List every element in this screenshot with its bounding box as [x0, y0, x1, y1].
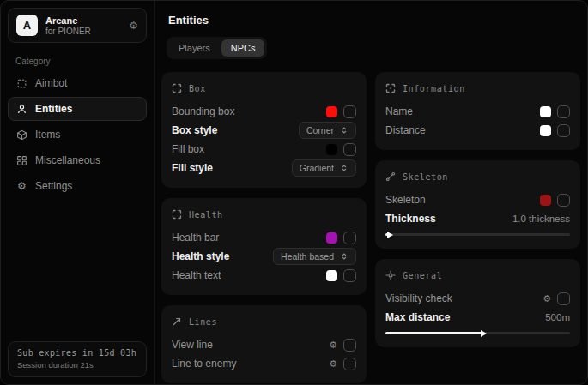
left-column: Box Bounding box Box style Corner — [161, 72, 367, 383]
checkbox[interactable] — [557, 105, 570, 118]
color-swatch[interactable] — [326, 232, 337, 244]
skeleton-card-header: Skeleton — [385, 169, 570, 184]
sidebar-item-items[interactable]: Items — [8, 123, 147, 147]
setting-label: Skeleton — [385, 194, 426, 206]
box-style-dropdown[interactable]: Corner — [299, 122, 356, 139]
color-swatch[interactable] — [540, 106, 551, 117]
max-distance-value: 500m — [545, 312, 570, 322]
card-title: Health — [189, 210, 223, 220]
setting-row-box-style: Box style Corner — [172, 121, 356, 140]
checkbox[interactable] — [557, 124, 570, 137]
slider-handle[interactable] — [481, 330, 487, 337]
setting-label: Fill style — [172, 162, 213, 174]
cube-icon — [16, 129, 27, 141]
session-duration-text: Session duration 21s — [17, 360, 137, 370]
sidebar-item-settings[interactable]: ⚙ Settings — [8, 174, 147, 198]
row-settings-gear-icon[interactable]: ⚙ — [329, 359, 337, 369]
settings-cards: Box Bounding box Box style Corner — [161, 72, 580, 383]
sidebar-item-label: Settings — [35, 180, 72, 192]
chevrons-up-down-icon — [340, 126, 349, 135]
category-label: Category — [15, 57, 147, 66]
setting-row-health-bar: Health bar — [172, 228, 356, 247]
checkbox[interactable] — [343, 232, 356, 244]
checkbox[interactable] — [557, 292, 570, 305]
card-title: General — [403, 271, 442, 280]
row-settings-gear-icon[interactable]: ⚙ — [329, 340, 337, 350]
health-card-header: Health — [172, 207, 356, 222]
setting-label: Thickness — [385, 213, 436, 225]
scan-dot-icon — [385, 83, 396, 93]
scan-brackets-icon — [172, 209, 182, 220]
sidebar-item-entities[interactable]: Entities — [8, 97, 147, 121]
sidebar-item-label: Miscellaneous — [35, 154, 100, 166]
setting-label: View line — [172, 339, 213, 351]
checkbox[interactable] — [343, 269, 356, 282]
checkbox[interactable] — [343, 105, 356, 118]
setting-row-distance: Distance — [385, 121, 570, 140]
color-swatch[interactable] — [326, 144, 337, 155]
information-card: Information Name Distance — [375, 72, 580, 150]
checkbox[interactable] — [557, 194, 570, 207]
sidebar-item-label: Items — [35, 129, 60, 141]
general-card-header: General — [385, 268, 570, 283]
diagonal-line-icon — [172, 316, 182, 327]
setting-label: Max distance — [385, 311, 450, 323]
max-distance-slider[interactable] — [385, 332, 570, 334]
box-card-header: Box — [172, 81, 356, 96]
setting-row-max-distance: Max distance 500m — [385, 308, 570, 327]
thickness-slider[interactable] — [385, 233, 570, 236]
checkbox[interactable] — [343, 358, 356, 370]
setting-row-fill-style: Fill style Gradient — [172, 159, 356, 177]
setting-row-health-text: Health text — [172, 266, 356, 285]
setting-row-health-style: Health style Health based — [172, 247, 356, 266]
checkbox[interactable] — [343, 143, 356, 156]
app-header-card: A Arcane for PIONER ⚙ — [8, 8, 147, 43]
setting-label: Health style — [172, 250, 229, 262]
setting-row-bounding-box: Bounding box — [172, 102, 356, 121]
setting-row-name: Name — [385, 102, 570, 121]
setting-label: Distance — [385, 124, 426, 136]
gear-icon: ⚙ — [16, 181, 27, 192]
crosshair-dot-icon — [385, 270, 396, 280]
color-swatch[interactable] — [540, 195, 551, 206]
box-card: Box Bounding box Box style Corner — [161, 72, 367, 188]
sidebar-item-label: Entities — [35, 103, 72, 115]
app-name: Arcane — [45, 15, 121, 26]
app-subtitle: for PIONER — [45, 27, 121, 36]
color-swatch[interactable] — [540, 125, 551, 136]
sub-expiry-text: Sub expires in 15d 03h — [17, 348, 137, 358]
sidebar-item-aimbot[interactable]: Aimbot — [8, 71, 147, 95]
app-title-block: Arcane for PIONER — [45, 15, 121, 36]
color-swatch[interactable] — [326, 270, 337, 281]
sidebar-item-label: Aimbot — [35, 77, 67, 89]
lines-card: Lines View line ⚙ Line to enemy ⚙ — [161, 305, 367, 383]
tab-players[interactable]: Players — [169, 39, 220, 57]
setting-row-thickness: Thickness 1.0 thickness — [385, 209, 570, 228]
setting-label: Bounding box — [172, 105, 234, 117]
header-settings-icon[interactable]: ⚙ — [129, 20, 138, 32]
sidebar: A Arcane for PIONER ⚙ Category Aimbot En… — [1, 1, 154, 384]
chevrons-up-down-icon — [340, 164, 349, 172]
thickness-value: 1.0 thickness — [512, 214, 570, 224]
setting-label: Name — [385, 105, 413, 117]
setting-row-visibility-check: Visibility check ⚙ — [385, 289, 570, 308]
chevrons-up-down-icon — [340, 252, 349, 261]
sidebar-item-miscellaneous[interactable]: Miscellaneous — [8, 148, 147, 172]
app-logo: A — [16, 15, 38, 36]
information-card-header: Information — [385, 81, 570, 96]
lines-card-header: Lines — [172, 314, 356, 329]
subscription-info-card: Sub expires in 15d 03h Session duration … — [8, 341, 147, 377]
health-style-dropdown[interactable]: Health based — [273, 248, 356, 265]
setting-label: Box style — [172, 124, 217, 136]
color-swatch[interactable] — [326, 106, 337, 117]
tab-npcs[interactable]: NPCs — [221, 39, 265, 57]
setting-label: Line to enemy — [172, 358, 236, 370]
slider-handle[interactable] — [387, 232, 393, 238]
row-settings-gear-icon[interactable]: ⚙ — [543, 294, 551, 304]
checkbox[interactable] — [343, 339, 356, 352]
setting-row-view-line: View line ⚙ — [172, 335, 356, 354]
fill-style-dropdown[interactable]: Gradient — [292, 159, 356, 177]
card-title: Skeleton — [403, 172, 448, 182]
card-title: Lines — [189, 317, 217, 327]
setting-label: Health bar — [172, 232, 219, 244]
